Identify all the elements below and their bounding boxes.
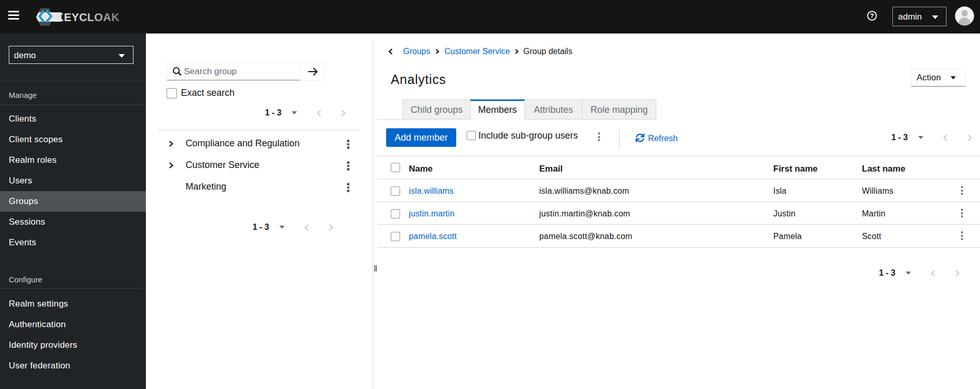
svg-text:KEYCLOAK: KEYCLOAK <box>56 11 120 24</box>
